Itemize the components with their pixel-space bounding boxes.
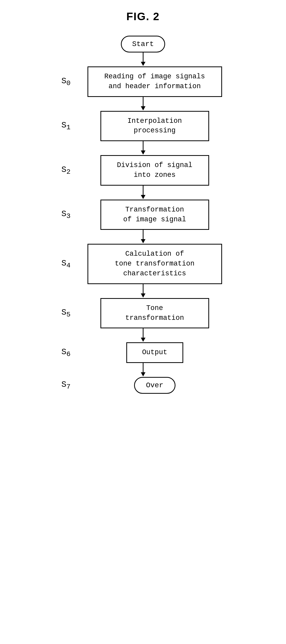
step-rect-s2: Division of signalinto zones	[100, 155, 209, 186]
arrow-head-7	[141, 372, 145, 376]
step-row-s5: S5 Tonetransformation	[53, 298, 234, 329]
step-shape-s7: Over	[76, 377, 234, 394]
step-shape-s3: Transformationof image signal	[76, 200, 234, 230]
arrow-1	[53, 97, 234, 111]
step-row-s6: S6 Output	[53, 342, 234, 363]
step-row-s1: S1 Interpolation processing	[53, 111, 234, 141]
arrow-head-4	[141, 239, 145, 243]
arrow-head-2	[141, 150, 145, 155]
arrow-line-4	[143, 230, 143, 240]
step-label-s0: S0	[53, 76, 76, 87]
step-label-s7: S7	[53, 380, 76, 391]
arrow-line-7	[143, 363, 143, 373]
step-label-s6: S6	[53, 347, 76, 358]
arrow-3	[53, 186, 234, 200]
step-shape-s2: Division of signalinto zones	[76, 155, 234, 186]
arrow-head-5	[141, 293, 145, 298]
arrow-line-5	[143, 284, 143, 294]
step-label-s1: S1	[53, 120, 76, 131]
step-shape-s1: Interpolation processing	[76, 111, 234, 141]
step-shape-s6: Output	[76, 342, 234, 363]
step-rect-s0: Reading of image signalsand header infor…	[87, 66, 222, 97]
arrow-head-1	[141, 106, 145, 110]
step-row-s0: S0 Reading of image signalsand header in…	[53, 66, 234, 97]
step-label-s4: S4	[53, 259, 76, 269]
step-rect-s4: Calculation oftone transformationcharact…	[87, 244, 222, 284]
step-label-s3: S3	[53, 209, 76, 220]
step-shape-s4: Calculation oftone transformationcharact…	[76, 244, 234, 284]
step-rect-s3: Transformationof image signal	[100, 200, 209, 230]
step-label-s2: S2	[53, 165, 76, 176]
arrow-4	[53, 230, 234, 244]
step-row-s7: S7 Over	[53, 377, 234, 394]
step-label-s5: S5	[53, 308, 76, 319]
arrow-line-2	[143, 141, 143, 151]
arrow-6	[53, 328, 234, 342]
arrow-head-6	[141, 338, 145, 342]
step-rect-s1: Interpolation processing	[100, 111, 209, 141]
step-row-s3: S3 Transformationof image signal	[53, 200, 234, 230]
arrow-5	[53, 284, 234, 298]
step-row-s4: S4 Calculation oftone transformationchar…	[53, 244, 234, 284]
diagram-container: FIG. 2 Start S0 Reading of image signals…	[0, 0, 286, 644]
arrow-head-0	[141, 62, 145, 66]
step-row-s2: S2 Division of signalinto zones	[53, 155, 234, 186]
start-row: Start	[53, 36, 234, 52]
figure-title: FIG. 2	[126, 10, 160, 23]
arrow-line-6	[143, 328, 143, 339]
arrow-7	[53, 363, 234, 377]
start-capsule: Start	[121, 36, 165, 52]
arrow-2	[53, 141, 234, 155]
arrow-line-3	[143, 186, 143, 196]
step-rect-s6: Output	[126, 342, 183, 363]
step-shape-s0: Reading of image signalsand header infor…	[76, 66, 234, 97]
arrow-head-3	[141, 195, 145, 199]
arrow-line-0	[143, 52, 143, 63]
arrow-0	[53, 52, 234, 66]
flowchart: Start S0 Reading of image signalsand hea…	[53, 36, 234, 394]
arrow-line-1	[143, 97, 143, 107]
step-shape-s5: Tonetransformation	[76, 298, 234, 329]
over-capsule: Over	[134, 377, 175, 394]
step-rect-s5: Tonetransformation	[100, 298, 209, 329]
